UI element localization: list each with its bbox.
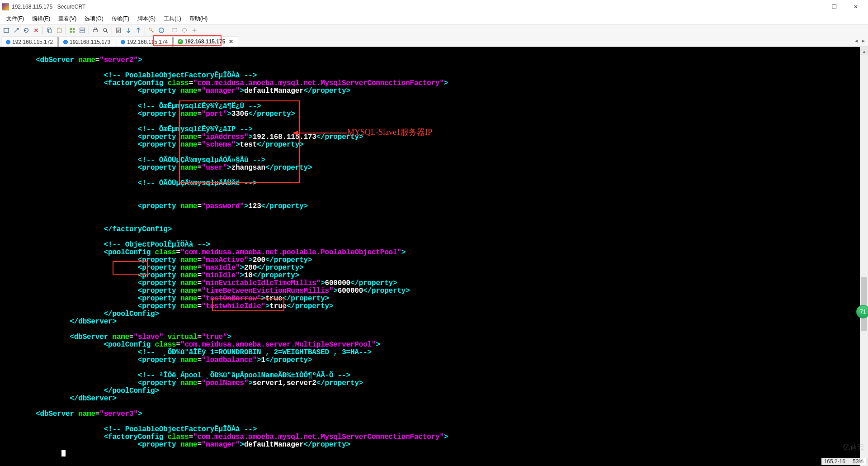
- float-badge[interactable]: 71: [856, 305, 868, 319]
- menu-view[interactable]: 查看(V): [55, 14, 80, 24]
- scroll-thumb[interactable]: [861, 277, 867, 331]
- toolbar-separator: [168, 26, 168, 34]
- svg-rect-9: [80, 28, 85, 29]
- terminal-cursor: [61, 450, 66, 456]
- toolbar-separator: [89, 26, 89, 34]
- status-bar: 165,2-16 53%: [821, 458, 866, 465]
- session-tab-4[interactable]: 192.168.115.175 ✕: [173, 37, 238, 47]
- toolbar-extra-icon[interactable]: [180, 26, 189, 35]
- svg-rect-11: [94, 29, 98, 32]
- menu-bar: 文件(F) 编辑(E) 查看(V) 选项(O) 传输(T) 脚本(S) 工具(L…: [0, 14, 868, 24]
- menu-tools[interactable]: 工具(L): [160, 14, 185, 24]
- cursor-position: 165,2-16: [824, 458, 845, 465]
- svg-rect-4: [58, 27, 60, 29]
- svg-rect-8: [73, 30, 75, 32]
- svg-rect-6: [73, 28, 75, 29]
- transfer-icon[interactable]: [124, 26, 133, 35]
- maximize-button[interactable]: ❐: [824, 0, 844, 13]
- quick-connect-icon[interactable]: [12, 26, 21, 35]
- menu-transfer[interactable]: 传输(T): [108, 14, 133, 24]
- scroll-up-icon[interactable]: ▴: [860, 47, 868, 55]
- toolbar-extra-icon[interactable]: [190, 26, 199, 35]
- session-tab-3[interactable]: 192.168.115.174: [116, 37, 173, 47]
- info-bullet-icon: [121, 40, 125, 44]
- window-title: 192.168.115.175 - SecureCRT: [12, 4, 85, 10]
- find-icon[interactable]: [101, 26, 110, 35]
- session-tab-2[interactable]: 192.168.115.173: [58, 37, 115, 47]
- tab-label: 192.168.115.174: [127, 39, 168, 45]
- menu-help[interactable]: 帮助(H): [186, 14, 212, 24]
- disconnect-icon[interactable]: [32, 26, 41, 35]
- svg-text:?: ?: [160, 29, 163, 33]
- toolbar-separator: [42, 26, 43, 34]
- svg-rect-5: [70, 28, 72, 29]
- svg-rect-12: [94, 28, 96, 29]
- toolbar-extra-icon[interactable]: [170, 26, 179, 35]
- svg-point-19: [183, 28, 187, 32]
- session-manager-icon[interactable]: [68, 26, 77, 35]
- tab-close-icon[interactable]: ✕: [229, 38, 233, 45]
- tab-strip: 192.168.115.172 192.168.115.173 192.168.…: [0, 36, 868, 47]
- upload-icon[interactable]: [134, 26, 143, 35]
- info-bullet-icon: [63, 40, 68, 44]
- session-tab-1[interactable]: 192.168.115.172: [1, 37, 58, 47]
- close-button[interactable]: ✕: [845, 0, 866, 13]
- terminal-output[interactable]: <dbServer name="server2"> <!-- PoolableO…: [0, 47, 868, 456]
- svg-rect-2: [48, 29, 51, 33]
- app-icon: [2, 3, 9, 10]
- watermark-icon: 亿速云: [843, 443, 864, 452]
- svg-point-13: [104, 28, 107, 31]
- tab-label: 192.168.115.173: [70, 39, 110, 45]
- svg-rect-10: [80, 30, 85, 32]
- key-icon[interactable]: [147, 26, 156, 35]
- menu-script[interactable]: 脚本(S): [134, 14, 159, 24]
- menu-edit[interactable]: 编辑(E): [28, 14, 54, 24]
- toolbar: ?: [0, 24, 868, 36]
- minimize-button[interactable]: —: [802, 0, 823, 13]
- connect-icon[interactable]: [2, 26, 11, 35]
- toolbar-separator: [145, 26, 145, 34]
- properties-icon[interactable]: [114, 26, 123, 35]
- svg-rect-7: [70, 30, 72, 32]
- vertical-scrollbar[interactable]: ▴ ▾: [860, 47, 868, 466]
- print-icon[interactable]: [91, 26, 100, 35]
- toolbar-separator: [66, 26, 66, 34]
- paste-icon[interactable]: [55, 26, 64, 35]
- terminal-area[interactable]: <dbServer name="server2"> <!-- PoolableO…: [0, 47, 868, 466]
- tab-scroll-right-icon[interactable]: ▸: [861, 38, 866, 44]
- menu-file[interactable]: 文件(F): [3, 14, 28, 24]
- reconnect-icon[interactable]: [22, 26, 31, 35]
- svg-rect-0: [4, 28, 9, 32]
- tab-label: 192.168.115.172: [12, 39, 53, 45]
- tab-label: 192.168.115.175: [184, 38, 225, 45]
- help-icon[interactable]: ?: [157, 26, 166, 35]
- menu-options[interactable]: 选项(O): [81, 14, 107, 24]
- title-bar: 192.168.115.175 - SecureCRT — ❐ ✕: [0, 0, 868, 14]
- copy-icon[interactable]: [45, 26, 54, 35]
- info-bullet-icon: [6, 40, 10, 44]
- svg-rect-18: [172, 29, 177, 32]
- scroll-percent: 53%: [853, 458, 863, 465]
- tab-nav: ◂ ▸: [854, 38, 866, 44]
- tile-icon[interactable]: [78, 26, 87, 35]
- check-bullet-icon: [178, 39, 183, 44]
- tab-scroll-left-icon[interactable]: ◂: [854, 38, 859, 44]
- toolbar-separator: [112, 26, 112, 34]
- scroll-track[interactable]: [860, 55, 868, 458]
- svg-rect-3: [57, 28, 61, 33]
